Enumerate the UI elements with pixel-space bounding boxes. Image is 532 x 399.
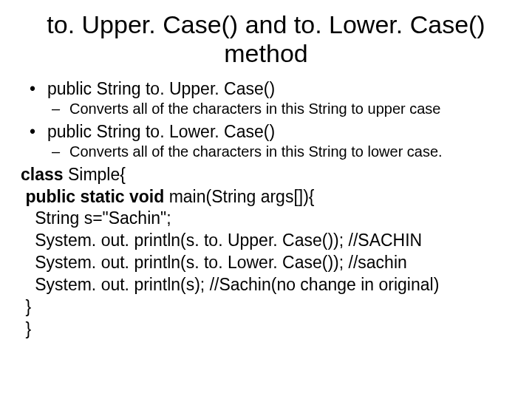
code-line-9: } <box>21 318 511 341</box>
bullet-list: public String to. Upper. Case() Converts… <box>21 78 511 161</box>
code-line-2b: main(String args[]){ <box>164 187 314 206</box>
code-line-1: class Simple{ <box>21 164 511 186</box>
slide-title: to. Upper. Case() and to. Lower. Case() … <box>21 10 511 68</box>
bullet-2-sub: Converts all of the characters in this S… <box>47 143 511 161</box>
kw-class: class <box>21 165 64 184</box>
code-line-1b: Simple{ <box>64 165 126 184</box>
code-line-2: public static void main(String args[]){ <box>21 186 511 208</box>
bullet-2-text: public String to. Lower. Case() <box>47 122 275 141</box>
bullet-2: public String to. Lower. Case() Converts… <box>25 121 511 161</box>
bullet-2-sub-text: Converts all of the characters in this S… <box>47 143 511 161</box>
code-line-8: } <box>21 296 511 318</box>
slide: to. Upper. Case() and to. Lower. Case() … <box>0 0 532 399</box>
code-line-4: String s="Sachin"; <box>21 208 511 230</box>
code-line-5: System. out. println(s. to. Upper. Case(… <box>21 230 511 252</box>
code-line-6: System. out. println(s. to. Lower. Case(… <box>21 252 511 274</box>
bullet-1-text: public String to. Upper. Case() <box>47 79 275 98</box>
bullet-1: public String to. Upper. Case() Converts… <box>25 78 511 118</box>
code-block: class Simple{ public static void main(St… <box>21 164 511 341</box>
code-line-7: System. out. println(s); //Sachin(no cha… <box>21 274 511 296</box>
bullet-1-sub-text: Converts all of the characters in this S… <box>47 100 511 118</box>
bullet-1-sub: Converts all of the characters in this S… <box>47 100 511 118</box>
kw-psv: public static void <box>21 187 164 206</box>
